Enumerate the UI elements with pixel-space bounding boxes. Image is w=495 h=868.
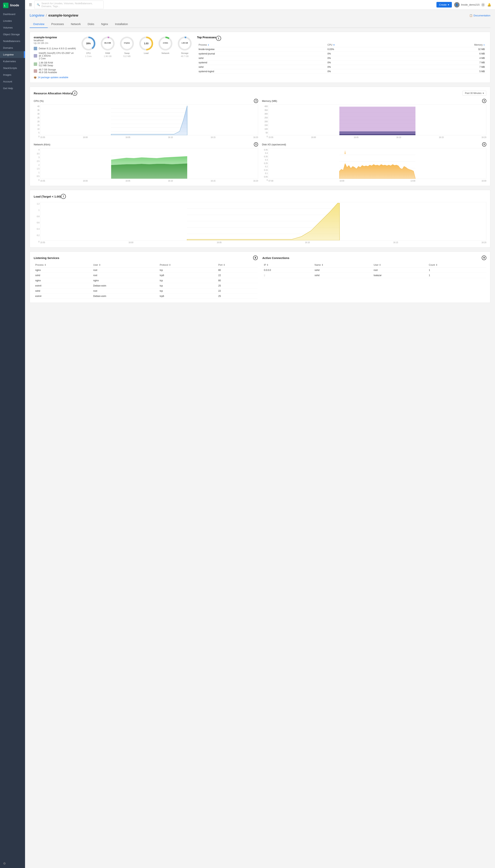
uptime: Up 2d 19h 2m — [34, 42, 76, 45]
os-icon — [34, 47, 37, 50]
load-badge: 7 — [61, 194, 66, 199]
sidebar-item-label: Object Storage — [3, 33, 20, 36]
listening-services: Listening Services 8 Process ⇕ User ⇕ Pr… — [34, 256, 258, 299]
services-grid: Listening Services 8 Process ⇕ User ⇕ Pr… — [34, 256, 487, 299]
ram-row: 1.96 GB RAM 512 MB Swap — [34, 62, 76, 67]
top-processes: Top Processes 1 Process ⇕ CPU ▼ — [197, 36, 487, 79]
cpu-row: Intel(R) Xeon(R) CPU E5-2697 v4 @ 2.30GH… — [34, 52, 76, 60]
cpu-col-header[interactable]: CPU ▼ — [326, 43, 396, 47]
svg-marker-41 — [111, 163, 187, 179]
svg-text:85.6 MB: 85.6 MB — [104, 42, 111, 44]
tab-installation[interactable]: Installation — [112, 21, 131, 28]
process-col-header[interactable]: Process ⇕ — [197, 43, 326, 47]
sidebar-item-object-storage[interactable]: Object Storage — [0, 31, 25, 38]
sidebar-item-label: Get Help — [3, 87, 13, 90]
process-name: linode-longview — [197, 47, 326, 52]
svg-marker-26 — [111, 106, 187, 135]
tab-disks[interactable]: Disks — [84, 21, 98, 28]
sidebar-item-label: Kubernetes — [3, 60, 16, 63]
sidebar-item-images[interactable]: Images — [0, 71, 25, 78]
process-memory: 7 MB — [396, 65, 487, 69]
cpu-chart-title: CPU (%) 3 — [34, 99, 258, 103]
packages-link[interactable]: 📦 14 package updates available — [34, 76, 76, 79]
process-cpu: 0% — [326, 69, 396, 74]
cpu-chart: CPU (%) 3 4035302520151050 — [34, 99, 258, 138]
svg-rect-36 — [339, 134, 415, 135]
tab-nginx[interactable]: Nginx — [98, 21, 112, 28]
sidebar-item-longview[interactable]: Longview — [0, 51, 25, 58]
resource-allocation-section: Resource Allocation History 2 Past 30 Mi… — [30, 87, 490, 186]
search-placeholder: Search for Linodes, Volumes, NodeBalance… — [41, 2, 101, 8]
ls-port-header[interactable]: Port ⇕ — [217, 262, 258, 268]
sidebar-item-dashboard[interactable]: Dashboard — [0, 11, 25, 18]
process-cpu: 0% — [326, 56, 396, 60]
ls-user-header[interactable]: User ⇕ — [92, 262, 158, 268]
timerange-button[interactable]: Past 30 Minutes ▾ — [462, 91, 487, 96]
overview-card: example-longview localhost Up 2d 19h 2m … — [30, 32, 490, 83]
process-memory: 7 MB — [396, 60, 487, 65]
create-button[interactable]: Create ▾ — [437, 2, 452, 7]
connections-title: Active Connections — [262, 256, 289, 260]
ls-protocol-header[interactable]: Protocol ⇕ — [158, 262, 217, 268]
list-item: sshdroottcp22 — [34, 289, 258, 294]
storage-avail: 46.8 GB Available — [39, 71, 57, 74]
logo[interactable]: L linode — [0, 0, 25, 11]
table-row: systemd-logind0%5 MB — [197, 69, 487, 74]
active-connections: Active Connections 9 IP ⇕ Name ⇕ User ⇕ … — [262, 256, 487, 299]
storage-info: 48.7 GB Storage 46.8 GB Available — [39, 68, 57, 74]
sidebar-item-label: Linodes — [3, 19, 12, 22]
cpu-chart-badge: 3 — [254, 99, 258, 103]
sidebar-item-volumes[interactable]: Volumes — [0, 24, 25, 31]
sidebar-item-label: Images — [3, 73, 11, 76]
ram-info: 1.96 GB RAM 512 MB Swap — [39, 62, 53, 67]
network-chart-title: Network (Kb/s) 5 — [34, 142, 258, 146]
ac-user-header[interactable]: User ⇕ — [372, 262, 427, 268]
sidebar-item-nodebalancers[interactable]: NodeBalancers — [0, 38, 25, 45]
tab-overview[interactable]: Overview — [30, 21, 48, 28]
tab-processes[interactable]: Processes — [48, 21, 67, 28]
storage-label: 48.7 GB Storage — [39, 68, 57, 71]
svg-text:1.03: 1.03 — [144, 42, 149, 45]
process-memory: 4 MB — [396, 56, 487, 60]
network-gauge-sublabel — [165, 55, 166, 57]
process-cpu: 0% — [326, 52, 396, 56]
top-processes-badge: 1 — [216, 36, 221, 41]
documentation-link[interactable]: 📋 Documentation — [470, 14, 490, 17]
notifications-icon[interactable]: 🔔 — [487, 3, 491, 6]
sidebar-item-kubernetes[interactable]: Kubernetes — [0, 58, 25, 65]
breadcrumb-parent[interactable]: Longview — [30, 14, 44, 18]
package-icon: 📦 — [34, 76, 37, 79]
svg-text:L: L — [4, 4, 5, 7]
list-item: nginxnginxtcp80 — [34, 278, 258, 283]
sidebar-item-stackscripts[interactable]: StackScripts — [0, 65, 25, 71]
search-bar[interactable]: 🔍 Search for Linodes, Volumes, NodeBalan… — [34, 1, 104, 9]
ac-name-header[interactable]: Name ⇕ — [313, 262, 372, 268]
ac-count-header[interactable]: Count ⇕ — [427, 262, 487, 268]
table-row: systemd0%7 MB — [197, 60, 487, 65]
sidebar-item-linodes[interactable]: Linodes — [0, 18, 25, 24]
swap-gauge: 0 bytes Swap 512 MB — [119, 36, 135, 57]
ac-ip-header[interactable]: IP ⇕ — [262, 262, 313, 268]
process-cpu: 0% — [326, 60, 396, 65]
charts-grid: CPU (%) 3 4035302520151050 — [34, 99, 487, 182]
settings-icon[interactable]: ⚙ — [3, 862, 6, 865]
disk-chart: Disk I/O (ops/second) 6 0.450.40.350.30.… — [262, 142, 487, 182]
sidebar: L linode Dashboard Linodes Volumes Objec… — [0, 0, 25, 868]
cpu-gauge-sublabel: 1 Core — [85, 55, 91, 57]
username: linode_demo215 — [461, 3, 480, 6]
listening-badge: 8 — [253, 256, 258, 260]
disk-y-axis: 0.450.40.350.30.250.20.150.10.050 — [262, 148, 268, 182]
memory-col-header[interactable]: Memory ⇕ — [396, 43, 487, 47]
sidebar-item-get-help[interactable]: Get Help — [0, 85, 25, 92]
search-icon: 🔍 — [37, 3, 40, 6]
sidebar-item-account[interactable]: Account — [0, 78, 25, 85]
svg-rect-0 — [3, 3, 8, 8]
sidebar-item-domains[interactable]: Domains — [0, 45, 25, 51]
tab-network[interactable]: Network — [67, 21, 84, 28]
ls-process-header[interactable]: Process ⇕ — [34, 262, 92, 268]
resource-section-header: Resource Allocation History 2 Past 30 Mi… — [34, 91, 487, 96]
ram-icon — [34, 63, 37, 66]
user-info[interactable]: 👤 linode_demo215 0 — [454, 2, 485, 7]
os-label: Debian 9.11 (Linux 4.9.0-11-amd64) — [39, 47, 76, 50]
hamburger-icon[interactable]: ☰ — [29, 3, 32, 7]
